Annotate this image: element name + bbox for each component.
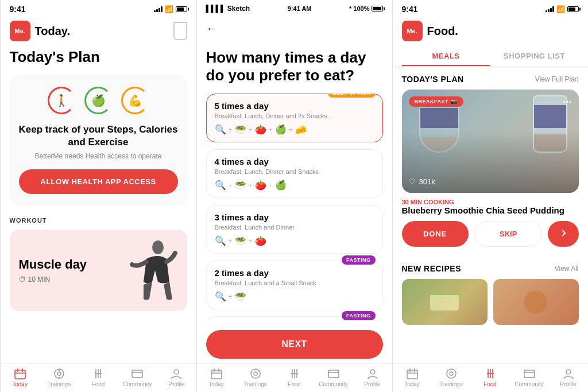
recipe-sandwich[interactable] [402, 279, 488, 325]
bottom-nav-1: Today Trainings [1, 363, 196, 392]
bottom-nav-2: Today Trainings [197, 363, 392, 392]
more-options-icon[interactable]: ··· [563, 96, 571, 108]
nav2-community-label: Community [319, 381, 348, 387]
tab-shopping-list[interactable]: SHOPPING LIST [490, 46, 579, 66]
nav3-food[interactable]: Food [471, 367, 510, 387]
done-button[interactable]: DONE [402, 221, 469, 247]
nav3-trainings[interactable]: Trainings [432, 367, 471, 387]
logo-area: Me. Today. [10, 21, 70, 41]
camera-icon: 📷 [451, 99, 458, 104]
time-3: 9:41 [402, 5, 418, 14]
opt1-desc: Breakfast, Lunch, Dinner and 2x Snacks [215, 112, 374, 119]
cook-time: 30 MIN COOKING [402, 199, 579, 205]
meal-option-5x[interactable]: BEST OPTION 5 times a day Breakfast, Lun… [206, 94, 383, 142]
nav-community[interactable]: Community [118, 367, 157, 387]
svg-rect-29 [407, 370, 417, 379]
circles-row: 🚶 🍏 💪 [48, 87, 149, 114]
screen-today: 9:41 📶 Me. Today. [1, 0, 196, 392]
back-button[interactable]: ← [206, 20, 218, 37]
allow-health-button[interactable]: ALLOW HEALTH APP ACCESS [19, 169, 178, 194]
meal-option-2x-b[interactable]: FASTING 2 times a day Lunch, Dinner and … [206, 316, 383, 323]
bluetooth-icon: * [349, 5, 351, 12]
meal-options-list: BEST OPTION 5 times a day Breakfast, Lun… [197, 94, 392, 323]
time-1: 9:41 [10, 5, 26, 14]
exercise-circle: 💪 [121, 87, 149, 114]
tab-meals[interactable]: MEALS [402, 46, 490, 66]
best-option-badge: BEST OPTION [328, 94, 376, 98]
opt4-desc: Breakfast, Lunch and a Small Snack [215, 280, 374, 286]
opt2-title: 4 times a day [215, 157, 374, 166]
opt2-icons: 🔍+ 🥗+ 🍅+ 🍏 [215, 180, 374, 191]
nav2-trainings[interactable]: Trainings [236, 367, 275, 387]
opt2-desc: Breakfast, Lunch, Dinner and Snacks [215, 168, 374, 175]
app-title: Today. [35, 25, 70, 38]
nav-today[interactable]: Today [1, 367, 40, 387]
svg-point-28 [370, 370, 375, 374]
food-logo-badge: Me. [402, 21, 423, 41]
nav-trainings[interactable]: Trainings [40, 367, 79, 387]
opt4-icons: 🔍+ 🥗 [215, 291, 374, 302]
nav3-profile[interactable]: Profile [549, 367, 588, 387]
water-icon[interactable] [173, 22, 187, 40]
nav3-community-label: Community [514, 381, 544, 387]
nav3-community[interactable]: Community [510, 367, 549, 387]
nav-trainings-label: Trainings [47, 381, 71, 387]
heart-icon: ♡ [409, 177, 416, 186]
trainings-icon-3 [445, 367, 458, 380]
workout-title: Muscle day [19, 257, 87, 272]
nav2-profile[interactable]: Profile [353, 367, 392, 387]
svg-rect-16 [211, 370, 222, 379]
community-icon-2 [327, 367, 340, 380]
next-button[interactable]: NEXT [206, 330, 383, 359]
next-recipe-button[interactable] [548, 221, 578, 247]
signal-icon-3 [546, 6, 554, 12]
meal-option-3x[interactable]: 3 times a day Breakfast, Lunch and Dinne… [206, 205, 383, 254]
view-full-plan-link[interactable]: View Full Plan [535, 75, 579, 83]
food-header: Me. Food. [393, 16, 588, 46]
likes-area: ♡ 301k [409, 177, 435, 186]
sketch-right-info: * 100% [349, 5, 382, 12]
community-icon [131, 367, 144, 380]
today-icon [14, 367, 26, 380]
food-logo-area: Me. Food. [402, 21, 458, 41]
battery-icon-3 [567, 6, 579, 12]
nav-today-label: Today [12, 381, 28, 387]
new-recipes-row [402, 279, 579, 325]
nav-profile[interactable]: Profile [157, 367, 196, 387]
food-icon-2 [288, 367, 301, 380]
health-card-subtitle: BetterMe needs Health access to operate [35, 152, 162, 160]
fasting-badge-2: FASTING [342, 311, 376, 320]
new-recipes-header: NEW RECIPES View All [402, 256, 579, 279]
opt3-icons: 🔍+ 🥗+ 🍅 [215, 235, 374, 246]
status-bar-1: 9:41 📶 [1, 0, 196, 16]
nav2-today[interactable]: Today [197, 367, 236, 387]
svg-point-20 [251, 369, 260, 378]
nav2-community[interactable]: Community [314, 367, 353, 387]
skip-button[interactable]: SKIP [474, 221, 542, 247]
food-content: TODAY'S PLAN View Full Plan [393, 67, 588, 363]
view-all-link[interactable]: View All [555, 265, 579, 273]
fasting-badge-1: FASTING [342, 255, 376, 265]
nav3-profile-label: Profile [560, 381, 576, 387]
nav3-today[interactable]: Today [393, 367, 432, 387]
opt3-title: 3 times a day [215, 212, 374, 222]
meal-option-2x-a[interactable]: FASTING 2 times a day Breakfast, Lunch a… [206, 261, 383, 309]
nav-food[interactable]: Food [79, 367, 118, 387]
profile-icon-2 [366, 367, 379, 380]
todays-plan-title: TODAY'S PLAN [402, 75, 464, 84]
recipe-chicken[interactable] [493, 279, 579, 325]
logo-badge: Me. [10, 21, 30, 41]
likes-count: 301k [419, 177, 435, 186]
workout-card[interactable]: Muscle day ⏱ 10 MIN [10, 230, 187, 311]
steps-circle: 🚶 [48, 87, 75, 114]
food-image-card[interactable]: BREAKFAST 📷 ··· ♡ 301k [402, 90, 579, 193]
food-tabs: MEALS SHOPPING LIST [393, 46, 588, 67]
new-recipes-title: NEW RECIPES [402, 264, 462, 273]
svg-point-21 [254, 372, 257, 375]
nav2-food[interactable]: Food [275, 367, 314, 387]
meal-option-4x[interactable]: 4 times a day Breakfast, Lunch, Dinner a… [206, 149, 383, 198]
screen2-header: ← [197, 15, 392, 44]
profile-icon-3 [562, 367, 575, 380]
wifi-icon-3: 📶 [556, 5, 565, 13]
health-card-title: Keep track of your Steps, Calories and E… [19, 123, 178, 149]
